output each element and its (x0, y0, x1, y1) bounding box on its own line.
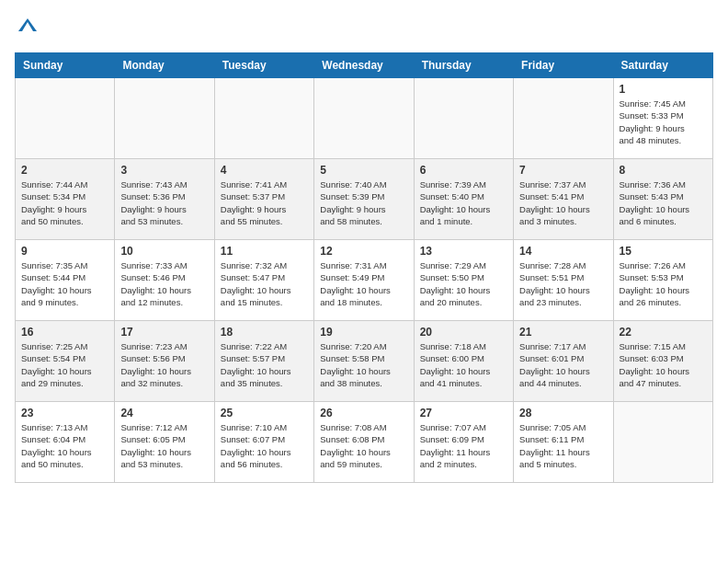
weekday-header-friday: Friday (514, 53, 613, 78)
day-info: Sunrise: 7:08 AM Sunset: 6:08 PM Dayligh… (320, 421, 407, 470)
day-info: Sunrise: 7:23 AM Sunset: 5:56 PM Dayligh… (120, 340, 208, 389)
calendar-cell (414, 78, 513, 159)
calendar-cell: 19Sunrise: 7:20 AM Sunset: 5:58 PM Dayli… (314, 321, 414, 402)
calendar-cell: 15Sunrise: 7:26 AM Sunset: 5:53 PM Dayli… (613, 240, 712, 321)
day-info: Sunrise: 7:35 AM Sunset: 5:44 PM Dayligh… (21, 259, 108, 308)
logo-text (15, 15, 39, 41)
day-number: 7 (519, 164, 607, 177)
calendar-week-2: 2Sunrise: 7:44 AM Sunset: 5:34 PM Daylig… (16, 159, 713, 240)
day-number: 20 (420, 326, 507, 339)
day-number: 22 (620, 326, 707, 339)
day-info: Sunrise: 7:18 AM Sunset: 6:00 PM Dayligh… (420, 340, 507, 389)
calendar-cell (514, 78, 613, 159)
day-info: Sunrise: 7:36 AM Sunset: 5:43 PM Dayligh… (620, 178, 707, 227)
calendar-week-4: 16Sunrise: 7:25 AM Sunset: 5:54 PM Dayli… (16, 321, 713, 402)
calendar-cell: 11Sunrise: 7:32 AM Sunset: 5:47 PM Dayli… (214, 240, 313, 321)
day-info: Sunrise: 7:32 AM Sunset: 5:47 PM Dayligh… (221, 259, 308, 308)
day-number: 21 (519, 326, 607, 339)
day-info: Sunrise: 7:40 AM Sunset: 5:39 PM Dayligh… (320, 178, 407, 227)
logo (15, 15, 39, 41)
calendar-cell (214, 78, 313, 159)
day-info: Sunrise: 7:20 AM Sunset: 5:58 PM Dayligh… (320, 340, 407, 389)
calendar-cell: 3Sunrise: 7:43 AM Sunset: 5:36 PM Daylig… (115, 159, 214, 240)
day-number: 4 (221, 164, 308, 177)
calendar-cell: 10Sunrise: 7:33 AM Sunset: 5:46 PM Dayli… (115, 240, 214, 321)
day-info: Sunrise: 7:41 AM Sunset: 5:37 PM Dayligh… (221, 178, 308, 227)
calendar-cell: 6Sunrise: 7:39 AM Sunset: 5:40 PM Daylig… (414, 159, 513, 240)
day-number: 5 (320, 164, 407, 177)
weekday-header-row: SundayMondayTuesdayWednesdayThursdayFrid… (16, 53, 713, 78)
weekday-header-wednesday: Wednesday (314, 53, 414, 78)
day-number: 10 (120, 245, 208, 258)
day-number: 24 (120, 407, 208, 419)
calendar-cell: 24Sunrise: 7:12 AM Sunset: 6:05 PM Dayli… (115, 402, 214, 483)
day-info: Sunrise: 7:43 AM Sunset: 5:36 PM Dayligh… (120, 178, 208, 227)
day-info: Sunrise: 7:39 AM Sunset: 5:40 PM Dayligh… (420, 178, 507, 227)
day-number: 23 (21, 407, 108, 419)
day-info: Sunrise: 7:29 AM Sunset: 5:50 PM Dayligh… (420, 259, 507, 308)
day-number: 26 (320, 407, 407, 419)
calendar-cell: 8Sunrise: 7:36 AM Sunset: 5:43 PM Daylig… (613, 159, 712, 240)
day-info: Sunrise: 7:05 AM Sunset: 6:11 PM Dayligh… (519, 421, 607, 470)
day-number: 11 (221, 245, 308, 258)
calendar-week-1: 1Sunrise: 7:45 AM Sunset: 5:33 PM Daylig… (16, 78, 713, 159)
day-info: Sunrise: 7:13 AM Sunset: 6:04 PM Dayligh… (21, 421, 108, 470)
day-number: 14 (519, 245, 607, 258)
calendar-cell: 26Sunrise: 7:08 AM Sunset: 6:08 PM Dayli… (314, 402, 414, 483)
calendar-cell: 9Sunrise: 7:35 AM Sunset: 5:44 PM Daylig… (16, 240, 115, 321)
calendar-cell (613, 402, 712, 483)
day-number: 2 (21, 164, 108, 177)
calendar-cell: 14Sunrise: 7:28 AM Sunset: 5:51 PM Dayli… (514, 240, 613, 321)
day-info: Sunrise: 7:26 AM Sunset: 5:53 PM Dayligh… (620, 259, 707, 308)
calendar-week-5: 23Sunrise: 7:13 AM Sunset: 6:04 PM Dayli… (16, 402, 713, 483)
calendar-cell: 16Sunrise: 7:25 AM Sunset: 5:54 PM Dayli… (16, 321, 115, 402)
day-info: Sunrise: 7:17 AM Sunset: 6:01 PM Dayligh… (519, 340, 607, 389)
calendar-cell: 23Sunrise: 7:13 AM Sunset: 6:04 PM Dayli… (16, 402, 115, 483)
day-number: 1 (620, 83, 707, 96)
day-info: Sunrise: 7:10 AM Sunset: 6:07 PM Dayligh… (221, 421, 308, 470)
calendar-cell: 4Sunrise: 7:41 AM Sunset: 5:37 PM Daylig… (214, 159, 313, 240)
weekday-header-thursday: Thursday (414, 53, 513, 78)
day-info: Sunrise: 7:15 AM Sunset: 6:03 PM Dayligh… (620, 340, 707, 389)
day-info: Sunrise: 7:07 AM Sunset: 6:09 PM Dayligh… (420, 421, 507, 470)
calendar-cell: 27Sunrise: 7:07 AM Sunset: 6:09 PM Dayli… (414, 402, 513, 483)
day-number: 13 (420, 245, 507, 258)
day-number: 15 (620, 245, 707, 258)
calendar-cell: 7Sunrise: 7:37 AM Sunset: 5:41 PM Daylig… (514, 159, 613, 240)
day-number: 27 (420, 407, 507, 419)
day-number: 25 (221, 407, 308, 419)
day-number: 6 (420, 164, 507, 177)
calendar-cell (16, 78, 115, 159)
day-info: Sunrise: 7:37 AM Sunset: 5:41 PM Dayligh… (519, 178, 607, 227)
logo-icon (17, 15, 39, 37)
calendar-cell: 17Sunrise: 7:23 AM Sunset: 5:56 PM Dayli… (115, 321, 214, 402)
day-info: Sunrise: 7:28 AM Sunset: 5:51 PM Dayligh… (519, 259, 607, 308)
calendar-cell: 1Sunrise: 7:45 AM Sunset: 5:33 PM Daylig… (613, 78, 712, 159)
calendar-cell (115, 78, 214, 159)
day-info: Sunrise: 7:22 AM Sunset: 5:57 PM Dayligh… (221, 340, 308, 389)
day-number: 18 (221, 326, 308, 339)
day-info: Sunrise: 7:45 AM Sunset: 5:33 PM Dayligh… (620, 98, 707, 146)
calendar-cell (314, 78, 414, 159)
calendar-cell: 13Sunrise: 7:29 AM Sunset: 5:50 PM Dayli… (414, 240, 513, 321)
weekday-header-monday: Monday (115, 53, 214, 78)
calendar-cell: 25Sunrise: 7:10 AM Sunset: 6:07 PM Dayli… (214, 402, 313, 483)
day-info: Sunrise: 7:31 AM Sunset: 5:49 PM Dayligh… (320, 259, 407, 308)
calendar-cell: 21Sunrise: 7:17 AM Sunset: 6:01 PM Dayli… (514, 321, 613, 402)
weekday-header-sunday: Sunday (16, 53, 115, 78)
day-info: Sunrise: 7:33 AM Sunset: 5:46 PM Dayligh… (120, 259, 208, 308)
calendar-cell: 20Sunrise: 7:18 AM Sunset: 6:00 PM Dayli… (414, 321, 513, 402)
day-number: 12 (320, 245, 407, 258)
calendar-cell: 2Sunrise: 7:44 AM Sunset: 5:34 PM Daylig… (16, 159, 115, 240)
day-number: 9 (21, 245, 108, 258)
weekday-header-saturday: Saturday (613, 53, 712, 78)
calendar-cell: 18Sunrise: 7:22 AM Sunset: 5:57 PM Dayli… (214, 321, 313, 402)
calendar-cell: 5Sunrise: 7:40 AM Sunset: 5:39 PM Daylig… (314, 159, 414, 240)
weekday-header-tuesday: Tuesday (214, 53, 313, 78)
day-number: 8 (620, 164, 707, 177)
page-header (15, 15, 713, 41)
day-number: 19 (320, 326, 407, 339)
calendar-cell: 28Sunrise: 7:05 AM Sunset: 6:11 PM Dayli… (514, 402, 613, 483)
day-number: 28 (519, 407, 607, 419)
day-info: Sunrise: 7:25 AM Sunset: 5:54 PM Dayligh… (21, 340, 108, 389)
